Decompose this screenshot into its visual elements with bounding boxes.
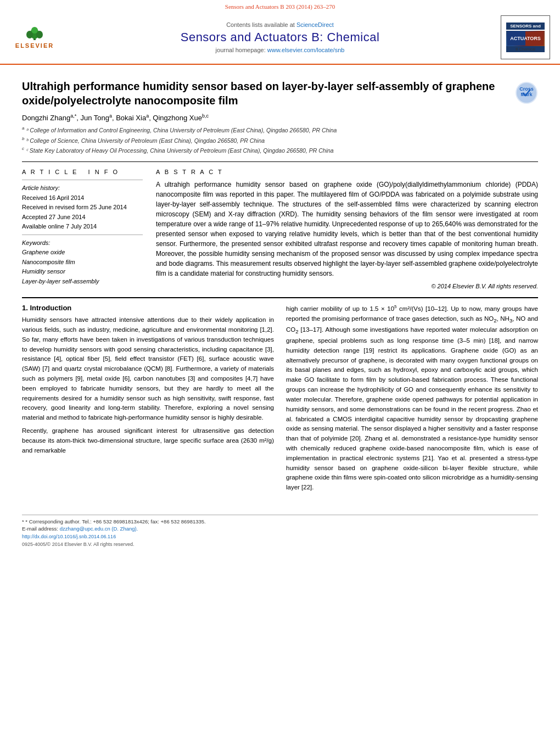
author-email[interactable]: dzzhang@upc.edu.cn (D. Zhang). <box>60 526 138 532</box>
svg-text:ACTUATORS: ACTUATORS <box>510 36 541 41</box>
journal-homepage-link[interactable]: www.elsevier.com/locate/snb <box>267 47 345 53</box>
footnote-corresponding: * * Corresponding author. Tel.: +86 532 … <box>22 518 538 525</box>
abstract-label: A B S T R A C T <box>156 169 538 175</box>
footer-doi: http://dx.doi.org/10.1016/j.snb.2014.06.… <box>22 534 538 539</box>
crossmark-badge[interactable]: Cross Mark <box>515 81 538 104</box>
intro-para-3: high carrier mobility of up to 1.5 × 105… <box>286 304 538 493</box>
article-title-section: Ultrahigh performance humidity sensor ba… <box>22 79 538 108</box>
copyright-line: © 2014 Elsevier B.V. All rights reserved… <box>156 283 538 289</box>
footnote-email: E-mail address: dzzhang@upc.edu.cn (D. Z… <box>22 526 538 532</box>
author-sup-bc: b,c <box>202 113 209 119</box>
author-sup-a3: a <box>146 113 149 119</box>
elsevier-logo: ELSEVIER <box>10 24 59 51</box>
keyword-2: Nanocomposite film <box>22 258 143 267</box>
doi-link[interactable]: http://dx.doi.org/10.1016/j.snb.2014.06.… <box>22 534 116 539</box>
footer: * * Corresponding author. Tel.: +86 532 … <box>22 515 538 547</box>
journal-title: Sensors and Actuators B: Chemical <box>59 30 501 44</box>
abstract-col: A B S T R A C T A ultrahigh performance … <box>156 169 538 289</box>
intro-heading: 1. Introduction <box>22 304 274 312</box>
affil-b: b ᵇ College of Science, China University… <box>22 136 538 145</box>
history-label: Article history: <box>22 183 143 193</box>
elsevier-tree-icon <box>24 26 45 41</box>
abstract-text: A ultrahigh performance humidity sensor … <box>156 180 538 278</box>
svg-text:Cross: Cross <box>519 86 534 92</box>
crossmark-icon: Cross Mark <box>515 81 538 104</box>
info-divider-2 <box>22 235 143 235</box>
affiliations: a ᵃ College of Information and Control E… <box>22 125 538 155</box>
intro-para-2: Recently, graphene has aroused significa… <box>22 426 274 455</box>
sensors-logo-top-text: SENSORS and <box>506 23 545 30</box>
keyword-4: Layer-by-layer self-assembly <box>22 277 143 286</box>
intro-para-1: Humidity sensors have attracted intensiv… <box>22 315 274 423</box>
article-title: Ultrahigh performance humidity sensor ba… <box>22 79 515 108</box>
revised-date: Received in revised form 25 June 2014 <box>22 203 143 212</box>
sensors-logo-band: ACTUATORS <box>506 31 545 46</box>
article-content: Ultrahigh performance humidity sensor ba… <box>0 65 560 506</box>
online-date: Available online 7 July 2014 <box>22 222 143 231</box>
sensors-actuators-logo: SENSORS and ACTUATORS B Chemical <box>501 15 550 59</box>
elsevier-text: ELSEVIER <box>15 42 54 49</box>
article-info-label: A R T I C L E I N F O <box>22 169 143 175</box>
authors: Dongzhi Zhanga,*, Jun Tonga, Bokai Xiaa,… <box>22 113 538 122</box>
sensors-logo-bottom-text: B Chemical <box>506 46 545 52</box>
contents-available: Contents lists available at ScienceDirec… <box>59 21 501 28</box>
footer-issn: 0925-4005/© 2014 Elsevier B.V. All right… <box>22 542 538 547</box>
body-left-col: 1. Introduction Humidity sensors have at… <box>22 304 274 496</box>
body-two-col: 1. Introduction Humidity sensors have at… <box>22 304 538 496</box>
intro-text-col2: high carrier mobility of up to 1.5 × 105… <box>286 304 538 493</box>
affil-a: a ᵃ College of Information and Control E… <box>22 125 538 135</box>
sensors-logo-graphic: ACTUATORS <box>507 31 544 46</box>
intro-text-col1: Humidity sensors have attracted intensiv… <box>22 315 274 455</box>
journal-homepage: journal homepage: www.elsevier.com/locat… <box>59 47 501 53</box>
journal-citation-bar: Sensors and Actuators B 203 (2014) 263–2… <box>0 0 560 11</box>
body-right-col: high carrier mobility of up to 1.5 × 105… <box>286 304 538 496</box>
article-info-col: A R T I C L E I N F O Article history: R… <box>22 169 143 289</box>
received-date: Received 16 April 2014 <box>22 193 143 203</box>
keyword-3: Humidity sensor <box>22 267 143 276</box>
info-divider-1 <box>22 180 143 180</box>
journal-citation: Sensors and Actuators B 203 (2014) 263–2… <box>225 3 335 10</box>
sciencedirect-link[interactable]: ScienceDirect <box>296 21 334 28</box>
page: Sensors and Actuators B 203 (2014) 263–2… <box>0 0 560 742</box>
accepted-date: Accepted 27 June 2014 <box>22 213 143 222</box>
author-sup-a: a,* <box>70 113 76 119</box>
body-divider <box>22 297 538 298</box>
svg-point-4 <box>31 27 38 34</box>
keyword-1: Graphene oxide <box>22 248 143 257</box>
author-sup-a2: a <box>109 113 112 119</box>
journal-header: ELSEVIER Contents lists available at Sci… <box>0 11 560 65</box>
info-abstract-section: A R T I C L E I N F O Article history: R… <box>22 161 538 289</box>
header-center: Contents lists available at ScienceDirec… <box>59 21 501 53</box>
affil-c: c ᶜ State Key Laboratory of Heavy Oil Pr… <box>22 146 538 155</box>
keywords-label: Keywords: <box>22 238 143 248</box>
